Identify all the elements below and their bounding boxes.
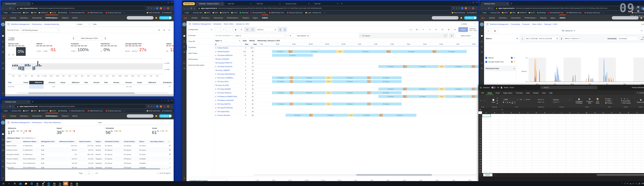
extension-blue-icon[interactable]	[641, 7, 644, 10]
other-bookmarks[interactable]: Other bookmarks	[632, 12, 644, 14]
toolbar-calendar-range-icon[interactable]: 🗓	[239, 27, 244, 32]
rail-video-icon[interactable]: 🎥	[2, 138, 4, 141]
ribbon-tab-help[interactable]: Help	[548, 91, 554, 95]
rail-performance-icon[interactable]: ◔	[184, 56, 185, 59]
column-header[interactable]: O	[599, 111, 608, 114]
new-tab-button[interactable]: +	[32, 2, 33, 5]
shift-segment-on-queue[interactable]: On Queue	[332, 103, 367, 105]
column-header[interactable]: Total	[80, 81, 89, 84]
rail-chat-icon[interactable]: 💬	[183, 35, 186, 37]
column-header[interactable]: Actual	[19, 81, 29, 84]
shift-segment-on-queue[interactable]: On Queue	[293, 80, 325, 83]
shift-segment-break[interactable]: Br...	[379, 114, 383, 117]
agent-name-cell[interactable]: ⊞TW Grace CAMPBELL	[214, 76, 241, 80]
row-header[interactable]: 1	[478, 114, 482, 117]
checkbox-checked-icon[interactable]: ✓	[485, 57, 487, 59]
expand-icon[interactable]: ⊞	[215, 51, 216, 53]
expand-icon[interactable]: ⊞	[215, 81, 216, 82]
column-header[interactable]: Actual	[56, 81, 66, 84]
expand-icon[interactable]: ⊞	[215, 88, 216, 90]
nav-item-performance[interactable]: Performance ▾	[227, 15, 239, 21]
shift-segment-on-queue[interactable]: On Queue	[476, 95, 478, 98]
sheet-tab-sheet1[interactable]: Sheet1	[483, 173, 492, 176]
cells-format[interactable]: ▦Format⌄	[605, 102, 614, 104]
extension-dark-icon[interactable]	[163, 7, 166, 10]
enter-icon[interactable]: ✓	[498, 109, 500, 111]
date-range-input[interactable]: Feb 7 12:00 AM - Feb 14 12:00 AM🗓	[524, 36, 559, 41]
agent-name-cell[interactable]: TW Jason SLATER	[214, 83, 241, 87]
row-header[interactable]: 2	[478, 117, 482, 119]
bookmark-item[interactable]: GENESYS	[39, 12, 48, 14]
row-header[interactable]: 20	[478, 163, 482, 166]
rail-chat-icon[interactable]: 💬	[481, 35, 483, 37]
schedule-row[interactable]: ⊞TW Peter RANDALL832On QueueOn QueueMeal…	[214, 91, 478, 95]
sheet-next-icon[interactable]: ›	[482, 174, 482, 176]
bookmark-item[interactable]: Strong Random Pas...	[250, 12, 267, 14]
agent-name-cell[interactable]: TW Emily LAMBERT	[214, 68, 241, 72]
bookmark-item[interactable]: Genesys Okta	[10, 110, 21, 112]
taskbar-search-icon[interactable]: ○	[6, 181, 12, 185]
schedule-row[interactable]: ⊞Thomas Weschke836On QueueBr...On QueueM…	[214, 113, 478, 117]
autosave-toggle[interactable]	[491, 86, 496, 88]
analyze-data-button[interactable]: ◉Analyze Data	[636, 99, 644, 103]
other-bookmarks[interactable]: Other bookmarks	[147, 110, 160, 112]
align-bottom-icons[interactable]: ≡ ≣ ≡ ⇥ ⇤	[538, 101, 544, 103]
format-painter-icon[interactable]: 🖌	[497, 102, 498, 104]
profile-avatar[interactable]	[167, 105, 169, 108]
scroll-thumb[interactable]	[597, 174, 644, 175]
editing-find-select[interactable]: ⌕Find & Select	[621, 102, 631, 104]
schedule-row[interactable]: TW Amanda FORSYTH032	[214, 61, 478, 65]
total-agents-filter[interactable]: ▼Total Agents: 19	[288, 33, 310, 38]
column-header[interactable]: B	[490, 111, 499, 114]
agent-name-cell[interactable]: ⊞TW Peter RANDALL	[214, 91, 241, 95]
comments-button[interactable]: 🗨Comments	[635, 91, 644, 94]
bookmark-item[interactable]: EMEA Partner Clou...	[88, 110, 104, 112]
shift-segment-on-queue[interactable]: On Queue	[293, 103, 325, 105]
rail-headset-icon[interactable]: 🎧	[2, 160, 4, 162]
browser-tab[interactable]: ◌Genesys Cloud✕	[2, 2, 31, 6]
close-icon[interactable]: ✕	[171, 100, 172, 101]
sidebar-item-shift-trades[interactable]: Shift Trades	[186, 50, 214, 56]
taskbar-app-badge-36-icon[interactable]: ◆36	[40, 181, 46, 185]
rail-performance-icon[interactable]: ◔	[2, 155, 4, 157]
taskbar-file-explorer-icon[interactable]: 📁	[24, 181, 28, 185]
agent-name-cell[interactable]: ⊞Andrew Bowland	[214, 50, 241, 53]
shift-segment-break[interactable]: Br...	[432, 50, 436, 53]
extension-blue-icon[interactable]	[461, 7, 464, 10]
tray-hidden-icons-icon[interactable]: ⌃	[622, 183, 623, 184]
help-icon[interactable]: ❓	[183, 177, 186, 180]
header-search-input[interactable]: ⌕	[432, 16, 458, 20]
help-icon[interactable]: ❓	[2, 177, 4, 180]
star-icon[interactable]: ☆	[154, 7, 155, 9]
shift-segment-on-queue[interactable]: On Queue	[407, 65, 438, 68]
shift-segment-break[interactable]	[367, 76, 370, 79]
styles-format-as-table[interactable]: ⊞Format as Table	[586, 98, 594, 104]
bookmark-item[interactable]: Login - Genesys Clo...	[306, 12, 322, 14]
browser-tab[interactable]: ◌Genesys Cloud✕	[481, 2, 510, 6]
column-header[interactable]: Scheduled	[157, 81, 172, 84]
column-header[interactable]: Impact ⇅	[94, 140, 104, 143]
toolbar-list-view-icon[interactable]: ⋮	[227, 27, 232, 32]
browser-profile-chip[interactable]: EMEABILLING	[183, 2, 195, 5]
shift-segment-on-queue[interactable]: On Queue	[407, 95, 438, 98]
star-icon[interactable]: ☆	[458, 7, 460, 9]
shift-segment-break[interactable]: Br...	[472, 87, 476, 90]
shift-segment-break[interactable]	[367, 103, 370, 105]
bookmark-item[interactable]: AWS	[212, 12, 218, 14]
tab-close-icon[interactable]: ✕	[28, 101, 29, 103]
shift-segment-on-queue[interactable]: On Queue	[370, 80, 402, 83]
rail-headset-icon[interactable]: 🎧	[481, 62, 483, 64]
shift-segment-on-queue[interactable]: On Queue	[370, 103, 402, 105]
settings-gear-icon[interactable]: ⚙	[220, 40, 222, 42]
agent-name-cell[interactable]: ⊞TW Rebecca ROBERTSON	[214, 95, 241, 99]
zoom-in-icon[interactable]: ⊕	[245, 27, 250, 32]
menu-burger-icon[interactable]: ☰	[7, 23, 10, 26]
breadcrumb-link[interactable]: February 7, 2022	[544, 23, 558, 25]
schedule-row[interactable]: ⊞TW Adrian MORGAN2.510On Queue	[214, 53, 478, 57]
row-header[interactable]: 22	[478, 168, 482, 171]
shift-segment-on-queue[interactable]: On Queue	[383, 114, 416, 117]
shift-segment-on-queue[interactable]: On Queue	[272, 103, 290, 105]
column-header[interactable]: Q	[616, 111, 624, 114]
column-header[interactable]: Status ⇅	[138, 140, 149, 143]
bookmark-item[interactable]: EMEA Partner Clou...	[88, 12, 104, 14]
